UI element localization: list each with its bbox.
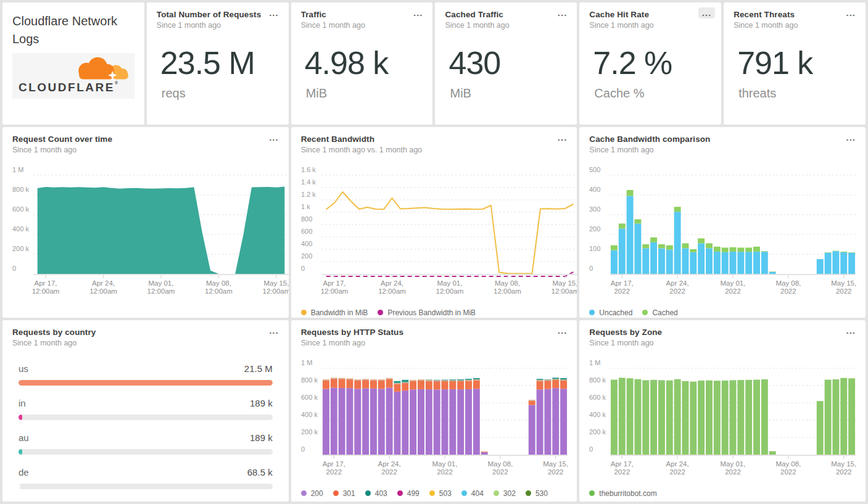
dashboard: Cloudflare Network Logs CLOUDFLARE® Tota… <box>0 0 868 504</box>
panel-menu-button[interactable]: ... <box>265 132 283 143</box>
legend-item[interactable]: 499 <box>397 489 420 498</box>
svg-text:Apr 24,2022: Apr 24,2022 <box>378 460 400 476</box>
svg-text:Apr 17,2022: Apr 17,2022 <box>322 460 345 476</box>
svg-text:600 k: 600 k <box>301 394 318 401</box>
legend-dot <box>429 490 435 496</box>
panel-menu-button[interactable]: ... <box>842 325 859 336</box>
legend-item[interactable]: 503 <box>429 489 452 498</box>
country-row: de68.5 k <box>19 467 273 489</box>
country-bar-fill <box>19 484 20 489</box>
stat-value: 7.2 % <box>579 44 721 81</box>
legend-item[interactable]: Bandwidth in MiB <box>301 308 368 317</box>
svg-text:Apr 24,12:00am: Apr 24,12:00am <box>89 279 117 295</box>
http-status-bar-chart: 1 M800 k600 k400 k200 k0Apr 17,2022Apr 2… <box>291 355 577 482</box>
svg-text:800 k: 800 k <box>12 186 29 193</box>
card-title: Recent Threats <box>734 10 856 19</box>
svg-text:May 15,12:00am: May 15,12:00am <box>263 279 289 295</box>
country-bar-list: us21.5 Min189 kau189 kde68.5 k <box>2 347 289 489</box>
request-count-area-chart: 1 M800 k600 k400 k200 k0Apr 17,12:00amAp… <box>2 162 289 301</box>
svg-text:May 15,2022: May 15,2022 <box>832 460 857 476</box>
stat-unit: threats <box>724 86 866 101</box>
card-subtitle: Since 1 month ago <box>445 21 567 30</box>
zone-bar-chart: 1 M800 k600 k400 k200 k0Apr 17,2022Apr 2… <box>579 355 866 482</box>
chart-legend: UncachedCached <box>579 301 866 317</box>
panel-request-count-over-time: Request Count over time Since 1 month ag… <box>2 127 289 318</box>
svg-text:400 k: 400 k <box>12 225 29 233</box>
legend-dot <box>365 490 371 496</box>
svg-text:800 k: 800 k <box>301 376 318 384</box>
country-label: au <box>19 432 29 443</box>
stat-card-traffic: Traffic Since 1 month ago ... 4.98 k MiB <box>291 2 433 125</box>
country-value: 68.5 k <box>247 467 273 477</box>
dashboard-title: Cloudflare Network Logs <box>12 12 134 48</box>
panel-title: Recent Bandwidth <box>301 134 568 144</box>
card-subtitle: Since 1 month ago <box>301 21 423 30</box>
stat-card-cache-hit-rate: Cache Hit Rate Since 1 month ago ... 7.2… <box>579 2 721 125</box>
chart-legend: Bandwidth in MiBPrevious Bandwidth in Mi… <box>291 301 577 317</box>
svg-text:0: 0 <box>301 265 305 272</box>
legend-item[interactable]: Cached <box>642 308 677 317</box>
svg-text:1 k: 1 k <box>301 203 310 210</box>
panel-menu-button[interactable]: ... <box>842 132 859 143</box>
legend-item[interactable]: 302 <box>494 489 516 498</box>
svg-text:1.4 k: 1.4 k <box>301 178 316 186</box>
cloudflare-logo: CLOUDFLARE® <box>12 53 134 99</box>
card-menu-button[interactable]: ... <box>554 7 571 19</box>
panel-subtitle: Since 1 month ago <box>12 339 279 347</box>
legend-item[interactable]: Uncached <box>589 308 632 317</box>
svg-text:May 15,2022: May 15,2022 <box>543 460 568 476</box>
country-bar-track <box>19 415 273 420</box>
legend-dot <box>494 490 499 496</box>
card-menu-button[interactable]: ... <box>842 7 859 19</box>
card-menu-button[interactable]: ... <box>410 7 427 19</box>
legend-item[interactable]: 404 <box>461 489 484 498</box>
legend-dot <box>397 490 403 496</box>
card-title: Cached Traffic <box>445 10 567 19</box>
stat-value: 791 k <box>724 44 866 81</box>
stat-value: 23.5 M <box>147 44 289 81</box>
svg-text:May 08,2022: May 08,2022 <box>776 460 801 476</box>
panel-menu-button[interactable]: ... <box>554 132 571 143</box>
card-menu-button[interactable]: ... <box>265 7 283 19</box>
svg-text:May 15,12:00am: May 15,12:00am <box>551 279 577 295</box>
panel-subtitle: Since 1 month ago <box>301 339 568 347</box>
legend-item[interactable]: 530 <box>526 489 548 498</box>
svg-text:1 M: 1 M <box>301 359 312 366</box>
country-value: 189 k <box>250 398 273 408</box>
stat-card-total-requests: Total Number of Requests Since 1 month a… <box>147 2 289 125</box>
legend-item[interactable]: Previous Bandwidth in MiB <box>378 308 476 317</box>
svg-text:600 k: 600 k <box>589 394 606 401</box>
panel-title: Cache Bandwidth comparison <box>589 134 856 144</box>
country-label: de <box>19 467 29 477</box>
legend-item[interactable]: 403 <box>365 489 387 498</box>
svg-text:200 k: 200 k <box>301 428 318 436</box>
svg-text:May 08,2022: May 08,2022 <box>487 460 513 476</box>
country-value: 21.5 M <box>244 363 273 374</box>
bandwidth-line-chart: 1.6 k1.4 k1.2 k1 k8006004002000Apr 17,12… <box>291 162 577 301</box>
svg-text:Apr 17,2022: Apr 17,2022 <box>611 279 634 295</box>
card-title: Cache Hit Rate <box>589 10 711 19</box>
legend-dot <box>642 310 648 315</box>
panel-menu-button[interactable]: ... <box>265 325 283 336</box>
card-subtitle: Since 1 month ago <box>734 21 856 30</box>
legend-dot <box>333 490 339 496</box>
card-menu-button[interactable]: ... <box>698 7 716 19</box>
panel-menu-button[interactable]: ... <box>554 325 571 336</box>
legend-dot <box>589 490 595 496</box>
svg-text:1.2 k: 1.2 k <box>301 191 316 198</box>
country-row: in189 k <box>19 398 273 420</box>
svg-text:Apr 24,2022: Apr 24,2022 <box>666 460 689 476</box>
card-subtitle: Since 1 month ago <box>589 21 711 30</box>
svg-text:400: 400 <box>589 186 600 193</box>
svg-text:200 k: 200 k <box>589 428 606 436</box>
panel-cache-bandwidth-comparison: Cache Bandwidth comparison Since 1 month… <box>579 127 866 318</box>
chart-legend: 200301403499503404302530526524 <box>291 482 577 502</box>
legend-dot <box>526 490 531 496</box>
panel-requests-by-http-status: Requests by HTTP Status Since 1 month ag… <box>291 320 577 502</box>
svg-text:0: 0 <box>589 265 593 272</box>
svg-text:200: 200 <box>589 225 600 233</box>
legend-item[interactable]: theburritobot.com <box>589 489 656 498</box>
legend-item[interactable]: 301 <box>333 489 355 498</box>
legend-item[interactable]: 200 <box>301 489 323 498</box>
panel-requests-by-country: Requests by country Since 1 month ago ..… <box>2 320 289 502</box>
